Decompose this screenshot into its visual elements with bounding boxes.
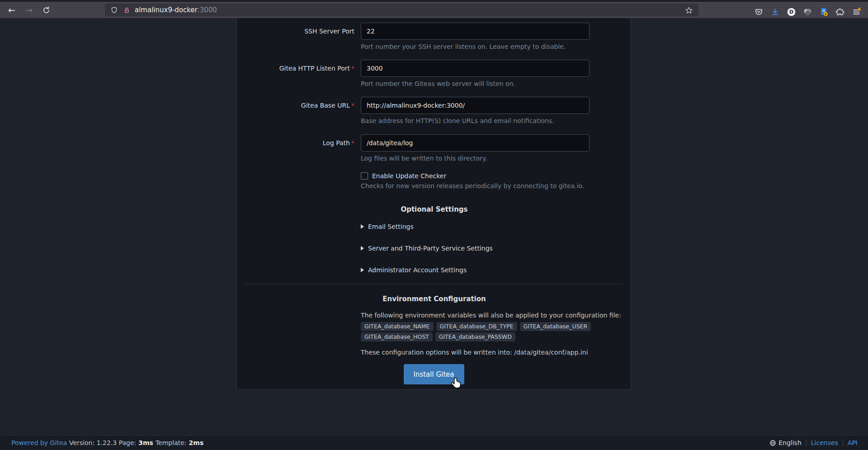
darkreader-extension-icon[interactable]: D bbox=[783, 5, 799, 19]
svg-text:D: D bbox=[789, 9, 793, 15]
collapse-arrow-icon bbox=[361, 268, 364, 272]
containers-extension-icon[interactable] bbox=[799, 5, 816, 19]
downloads-icon[interactable] bbox=[767, 5, 783, 19]
field-help: Log files will be written to this direct… bbox=[361, 154, 487, 162]
bookmark-star-icon[interactable] bbox=[683, 5, 695, 16]
language-selector[interactable]: English bbox=[769, 439, 802, 446]
field-label: SSH Server Port* bbox=[245, 23, 354, 40]
env-intro-text: The following environment variables will… bbox=[361, 311, 623, 319]
back-button[interactable]: ← bbox=[5, 4, 18, 16]
globe-icon bbox=[769, 440, 776, 446]
section-divider bbox=[245, 284, 624, 284]
licenses-link[interactable]: Licenses bbox=[811, 439, 838, 446]
field-help: Base address for HTTP(S) clone URLs and … bbox=[361, 117, 554, 125]
collapsible-email-settings[interactable]: Email Settings bbox=[361, 223, 414, 230]
field-label: Log Path* bbox=[245, 134, 354, 152]
powered-by-gitea-link[interactable]: Powered by Gitea bbox=[11, 439, 67, 446]
field-help: Port number the Giteas web server will l… bbox=[361, 80, 515, 88]
update-checker-checkbox[interactable] bbox=[361, 172, 368, 180]
browser-toolbar: ← → almalinux9-docker:3000 bbox=[0, 2, 868, 18]
base-url-input[interactable] bbox=[361, 97, 590, 114]
page-footer: Powered by Gitea Version: 1.22.3 Page: 3… bbox=[0, 435, 868, 450]
collapse-arrow-icon bbox=[361, 246, 364, 251]
install-gitea-button[interactable]: Install Gitea bbox=[403, 364, 464, 384]
env-outro-text: These configuration options will be writ… bbox=[361, 348, 623, 356]
field-label: Gitea HTTP Listen Port* bbox=[245, 60, 354, 77]
env-var-chip: GITEA_database_USER bbox=[520, 322, 591, 331]
page-ms: 3ms bbox=[138, 439, 153, 446]
tracking-shield-icon[interactable] bbox=[108, 4, 120, 16]
update-checker-row: Enable Update Checker bbox=[361, 172, 446, 180]
env-var-chip: GITEA_database_PASSWD bbox=[435, 332, 515, 341]
insecure-lock-icon[interactable] bbox=[120, 4, 133, 16]
env-config-heading: Environment Configuration bbox=[237, 295, 632, 303]
extensions-puzzle-icon[interactable] bbox=[832, 5, 848, 19]
url-port: :3000 bbox=[198, 6, 217, 14]
collapsible-admin-settings[interactable]: Administrator Account Settings bbox=[361, 266, 467, 274]
url-text: almalinux9-docker:3000 bbox=[135, 6, 217, 14]
api-link[interactable]: API bbox=[848, 439, 858, 446]
download-helper-extension-icon[interactable] bbox=[816, 5, 832, 19]
footer-separator bbox=[843, 440, 843, 446]
reload-icon[interactable] bbox=[40, 4, 52, 16]
template-ms: 2ms bbox=[189, 439, 204, 446]
log-path-input[interactable] bbox=[361, 134, 590, 152]
forward-button: → bbox=[23, 4, 35, 16]
collapse-arrow-icon bbox=[361, 224, 364, 229]
update-checker-help: Checks for new version releases periodic… bbox=[361, 182, 584, 190]
menu-hamburger-icon[interactable] bbox=[848, 5, 864, 19]
env-var-chips: GITEA_database_NAME GITEA_database_DB_TY… bbox=[361, 322, 605, 341]
env-var-chip: GITEA_database_HOST bbox=[361, 332, 433, 341]
gitea-install-page: SSH Server Port* Port number your SSH se… bbox=[0, 18, 868, 450]
collapsible-server-settings[interactable]: Server and Third-Party Service Settings bbox=[361, 245, 493, 252]
optional-settings-heading: Optional Settings bbox=[237, 205, 632, 213]
ssh-server-port-input[interactable] bbox=[361, 23, 590, 40]
template-text: Template: bbox=[156, 439, 187, 446]
update-checker-label[interactable]: Enable Update Checker bbox=[372, 172, 446, 180]
http-listen-port-input[interactable] bbox=[361, 60, 590, 77]
env-var-chip: GITEA_database_DB_TYPE bbox=[436, 322, 517, 331]
version-text: Version: 1.22.3 Page: bbox=[69, 439, 136, 446]
pocket-icon[interactable] bbox=[750, 5, 767, 19]
field-help: Port number your SSH server listens on. … bbox=[361, 43, 566, 51]
env-var-chip: GITEA_database_NAME bbox=[361, 322, 434, 331]
footer-separator bbox=[806, 440, 807, 446]
url-bar[interactable]: almalinux9-docker:3000 bbox=[105, 4, 698, 16]
install-form-panel: SSH Server Port* Port number your SSH se… bbox=[236, 18, 631, 390]
field-label: Gitea Base URL* bbox=[245, 97, 354, 114]
